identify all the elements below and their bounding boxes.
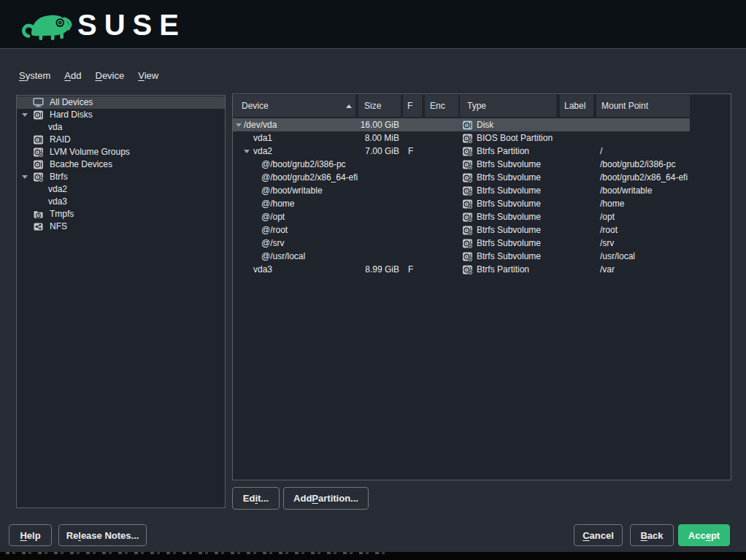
cancel-button[interactable]: Cancel [574,524,623,546]
device-cell: vda1 [253,131,272,145]
column-header-device[interactable]: Device [233,95,355,117]
brand-wordmark: SUSE [77,9,186,41]
expander-icon[interactable] [236,123,242,127]
device-cell: vda3 [253,263,272,276]
tree-label: Hard Disks [50,109,93,121]
mount-point-cell: /opt [600,210,615,223]
mount-point-cell: /srv [600,237,614,250]
folder-share-icon [33,221,44,232]
device-cell: @/boot/grub2/x86_64-efi [261,171,358,184]
type-cell: Btrfs Subvolume [477,250,541,263]
edit-button[interactable]: Edit... [232,487,280,510]
table-row-srv[interactable]: @/srv Btrfs Subvolume/srv [233,237,731,250]
sidebar-item-vda3[interactable]: vda3 [17,196,225,208]
sidebar-item-nfs[interactable]: NFS [17,220,225,233]
mount-point-cell: /usr/local [600,250,635,263]
sidebar-item-tmpfs[interactable]: Tmpfs [17,208,225,220]
type-cell: Btrfs Partition [477,263,529,276]
menu-add[interactable]: Add [63,69,82,82]
folder-clock-icon [33,209,44,220]
table-row-boot-grub2-i386-pc[interactable]: @/boot/grub2/i386-pc Btrfs Subvolume/boo… [233,158,731,171]
sidebar-item-vda2[interactable]: vda2 [17,183,225,196]
device-table-header: DeviceSizeFEncTypeLabelMount Point [233,95,731,117]
partition-icon [462,133,473,144]
column-header-type[interactable]: Type [460,95,556,117]
table-row-vda2[interactable]: vda27.00 GiBF Btrfs Partition/ [233,145,731,158]
device-cell: @/srv [261,237,285,250]
device-cell: @/usr/local [261,250,305,263]
subvolume-icon [462,172,473,183]
sidebar-item-hard-disks[interactable]: Hard Disks [17,109,225,121]
add-partition-button[interactable]: Add Partition... [283,487,369,510]
subvolume-icon [462,238,473,249]
sidebar-item-all-devices[interactable]: All Devices [17,96,225,109]
device-cell: @/home [261,197,295,210]
back-button[interactable]: Back [630,524,674,546]
sidebar-item-lvm-volume-groups[interactable]: LVM Volume Groups [17,146,225,158]
menu-system[interactable]: System [18,69,52,82]
hdd-icon [33,110,44,120]
device-cell: @/root [261,223,288,237]
table-row-boot-writable[interactable]: @/boot/writable Btrfs Subvolume/boot/wri… [233,184,731,197]
tree-label: vda [48,121,62,134]
column-header-f[interactable]: F [403,95,422,117]
table-row-usr-local[interactable]: @/usr/local Btrfs Subvolume/usr/local [233,250,731,263]
sort-ascending-icon [346,104,352,108]
menu-device[interactable]: Device [93,69,126,82]
subvolume-icon [462,225,473,236]
hdd-raid-icon [33,134,44,145]
menu-view[interactable]: View [136,69,160,82]
sidebar-item-bcache-devices[interactable]: Bcache Devices [17,158,225,171]
partition-icon [462,146,473,157]
tree-label: NFS [50,220,67,233]
column-header-mount-point[interactable]: Mount Point [596,95,690,117]
tree-label: vda2 [48,183,67,196]
column-header-enc[interactable]: Enc [425,95,458,117]
device-tree-panel: All Devices Hard Disksvda RAID LVM Volum… [16,95,226,508]
subvolume-icon [462,185,473,196]
type-cell: Btrfs Subvolume [477,158,541,171]
size-cell: 8.00 MiB [355,131,399,145]
type-cell: Btrfs Subvolume [477,223,541,237]
table-row-boot-grub2-x86-64-efi[interactable]: @/boot/grub2/x86_64-efi Btrfs Subvolume/… [233,171,731,184]
sidebar-item-vda[interactable]: vda [17,121,225,134]
table-row-opt[interactable]: @/opt Btrfs Subvolume/opt [233,210,731,223]
help-button[interactable]: Help [9,524,52,546]
device-cell: /dev/vda [244,118,277,131]
table-row-dev-vda[interactable]: /dev/vda16.00 GiB Disk [233,118,690,131]
table-row-root[interactable]: @/root Btrfs Subvolume/root [233,223,731,237]
expander-icon[interactable] [22,175,28,179]
type-cell: Btrfs Subvolume [477,210,541,223]
subvolume-icon [462,199,473,210]
table-row-vda3[interactable]: vda38.99 GiBF Btrfs Partition/var [233,263,731,276]
mount-point-cell: / [600,145,602,158]
tree-label: Bcache Devices [50,158,112,171]
type-cell: Btrfs Partition [477,145,529,158]
expander-icon[interactable] [22,113,28,117]
format-flag-cell: F [408,263,413,276]
disk-icon [462,120,473,131]
accept-button[interactable]: Accept [678,524,730,546]
table-row-vda1[interactable]: vda18.00 MiB BIOS Boot Partition [233,131,731,145]
table-row-home[interactable]: @/home Btrfs Subvolume/home [233,197,731,210]
sidebar-item-btrfs[interactable]: Btrfs [17,171,225,183]
monitor-icon [33,97,44,108]
device-cell: @/boot/writable [261,184,323,197]
sidebar-item-raid[interactable]: RAID [17,134,225,146]
hdd-btrfs-icon [33,172,44,183]
type-cell: Disk [477,118,493,131]
tree-label: LVM Volume Groups [50,146,130,158]
column-header-size[interactable]: Size [358,95,401,117]
size-cell: 8.99 GiB [355,263,399,276]
type-cell: Btrfs Subvolume [477,197,541,210]
expander-icon[interactable] [244,150,250,153]
tree-label: RAID [50,134,71,146]
device-cell: @/opt [261,210,285,223]
hdd-bcache-icon [33,159,44,170]
subvolume-icon [462,212,473,223]
mount-point-cell: /home [600,197,624,210]
device-table-panel: DeviceSizeFEncTypeLabelMount Point /dev/… [232,93,731,480]
mount-point-cell: /boot/writable [600,184,652,197]
column-header-label[interactable]: Label [560,95,593,117]
release-notes-button[interactable]: Release Notes... [58,524,147,546]
